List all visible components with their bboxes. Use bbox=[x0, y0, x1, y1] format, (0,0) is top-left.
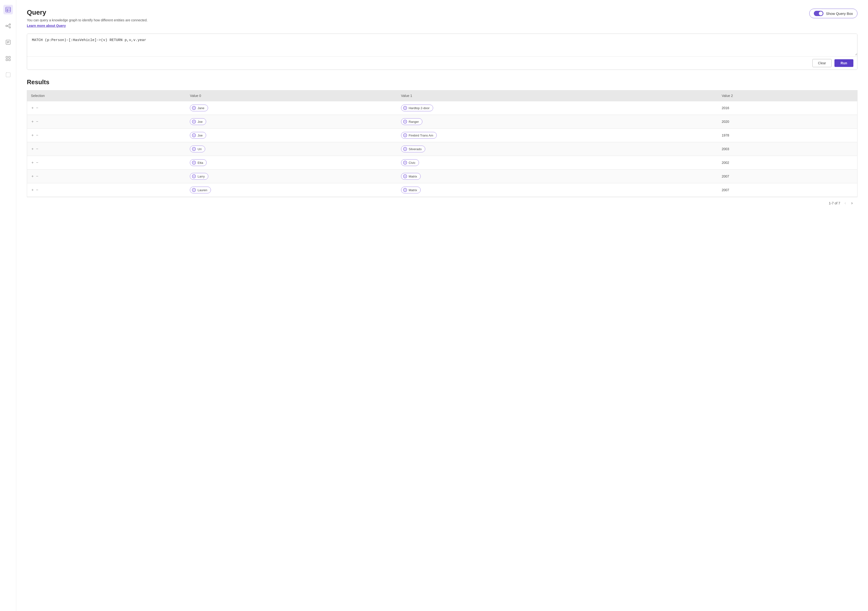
learn-more-link[interactable]: Learn more about Query bbox=[27, 24, 66, 28]
sidebar-item-grid[interactable] bbox=[3, 54, 13, 63]
sidebar-item-more[interactable] bbox=[3, 70, 13, 80]
node-chip-value0[interactable]: Lauren bbox=[190, 187, 211, 193]
add-row-button[interactable]: + bbox=[31, 120, 34, 124]
node-label: Uri bbox=[197, 147, 202, 151]
add-row-button[interactable]: + bbox=[31, 188, 34, 192]
node-dot bbox=[192, 106, 196, 110]
node-dot bbox=[403, 120, 407, 124]
next-page-button[interactable]: › bbox=[850, 201, 854, 205]
sidebar-item-table[interactable] bbox=[3, 5, 13, 14]
remove-row-button[interactable]: − bbox=[36, 188, 39, 192]
node-chip-value1[interactable]: Matrix bbox=[401, 187, 421, 193]
page-description: You can query a knowledge graph to ident… bbox=[27, 18, 148, 22]
value1-cell: Ranger bbox=[397, 115, 718, 129]
node-dot bbox=[403, 188, 407, 192]
toggle-switch[interactable] bbox=[814, 11, 823, 16]
node-chip-value1[interactable]: Silverado bbox=[401, 146, 425, 152]
svg-point-5 bbox=[9, 24, 11, 25]
page-title: Query bbox=[27, 9, 148, 16]
node-dot bbox=[403, 106, 407, 110]
svg-rect-0 bbox=[6, 7, 11, 12]
results-table: Selection Value 0 Value 1 Value 2 + − Ja… bbox=[27, 90, 857, 197]
node-chip-value0[interactable]: Uri bbox=[190, 146, 205, 152]
table-row: + − Etta Civic 2002 bbox=[27, 156, 857, 169]
remove-row-button[interactable]: − bbox=[36, 161, 39, 165]
show-query-box-toggle[interactable]: Show Query Box bbox=[809, 9, 857, 18]
query-box: Clear Run bbox=[27, 34, 857, 70]
pagination-info: 1-7 of 7 bbox=[829, 201, 840, 205]
value2-cell: 2007 bbox=[718, 183, 857, 197]
node-dot bbox=[192, 120, 196, 124]
value2-cell: 2007 bbox=[718, 169, 857, 183]
remove-row-button[interactable]: − bbox=[36, 120, 39, 124]
add-row-button[interactable]: + bbox=[31, 174, 34, 178]
selection-cell: + − bbox=[27, 169, 186, 183]
clear-button[interactable]: Clear bbox=[812, 59, 831, 67]
value1-cell: Silverado bbox=[397, 142, 718, 156]
col-selection: Selection bbox=[27, 90, 186, 101]
table-header: Selection Value 0 Value 1 Value 2 bbox=[27, 90, 857, 101]
col-value2: Value 2 bbox=[718, 90, 857, 101]
selection-cell: + − bbox=[27, 183, 186, 197]
node-chip-value0[interactable]: Jane bbox=[190, 104, 208, 111]
selection-cell: + − bbox=[27, 142, 186, 156]
svg-rect-16 bbox=[9, 59, 10, 61]
sidebar-item-edit[interactable] bbox=[3, 37, 13, 47]
node-chip-value0[interactable]: Larry bbox=[190, 173, 208, 180]
run-button[interactable]: Run bbox=[834, 59, 853, 67]
prev-page-button[interactable]: ‹ bbox=[843, 201, 847, 205]
remove-row-button[interactable]: − bbox=[36, 134, 39, 137]
selection-cell: + − bbox=[27, 129, 186, 142]
node-chip-value1[interactable]: Civic bbox=[401, 159, 419, 166]
table-row: + − Lauren Matrix 2007 bbox=[27, 183, 857, 197]
node-chip-value1[interactable]: Hardtop 2-door bbox=[401, 104, 433, 111]
selection-cell: + − bbox=[27, 115, 186, 129]
node-dot bbox=[192, 188, 196, 192]
value0-cell: Larry bbox=[186, 169, 397, 183]
add-row-button[interactable]: + bbox=[31, 134, 34, 137]
value0-cell: Jane bbox=[186, 101, 397, 115]
query-input[interactable] bbox=[27, 34, 857, 55]
value2-cell: 2002 bbox=[718, 156, 857, 169]
node-dot bbox=[403, 147, 407, 151]
value0-cell: Lauren bbox=[186, 183, 397, 197]
remove-row-button[interactable]: − bbox=[36, 106, 39, 110]
add-row-button[interactable]: + bbox=[31, 161, 34, 165]
value0-cell: Joe bbox=[186, 129, 397, 142]
selection-controls: + − bbox=[31, 134, 182, 137]
node-dot bbox=[403, 134, 407, 137]
add-row-button[interactable]: + bbox=[31, 106, 34, 110]
value1-cell: Firebird Trans Am bbox=[397, 129, 718, 142]
svg-rect-15 bbox=[6, 59, 8, 61]
selection-controls: + − bbox=[31, 188, 182, 192]
selection-cell: + − bbox=[27, 156, 186, 169]
node-chip-value0[interactable]: Joe bbox=[190, 132, 206, 138]
table-body: + − Jane Hardtop 2-door 2016 + − Joe bbox=[27, 101, 857, 197]
remove-row-button[interactable]: − bbox=[36, 174, 39, 178]
node-chip-value0[interactable]: Joe bbox=[190, 118, 206, 125]
node-chip-value1[interactable]: Ranger bbox=[401, 118, 423, 125]
value2-cell: 2020 bbox=[718, 115, 857, 129]
add-row-button[interactable]: + bbox=[31, 147, 34, 151]
sidebar-item-graph[interactable] bbox=[3, 21, 13, 31]
selection-controls: + − bbox=[31, 120, 182, 124]
node-chip-value1[interactable]: Matrix bbox=[401, 173, 421, 180]
node-label: Jane bbox=[197, 106, 204, 110]
value1-cell: Matrix bbox=[397, 183, 718, 197]
value2-cell: 2016 bbox=[718, 101, 857, 115]
value0-cell: Uri bbox=[186, 142, 397, 156]
table-row: + − Joe Ranger 2020 bbox=[27, 115, 857, 129]
col-value1: Value 1 bbox=[397, 90, 718, 101]
node-dot bbox=[403, 174, 407, 178]
node-label: Hardtop 2-door bbox=[409, 106, 429, 110]
svg-line-8 bbox=[7, 26, 9, 27]
value1-cell: Matrix bbox=[397, 169, 718, 183]
node-chip-value0[interactable]: Etta bbox=[190, 159, 207, 166]
main-content: Query You can query a knowledge graph to… bbox=[16, 0, 868, 611]
value1-cell: Hardtop 2-door bbox=[397, 101, 718, 115]
node-dot bbox=[403, 161, 407, 165]
node-chip-value1[interactable]: Firebird Trans Am bbox=[401, 132, 437, 138]
col-value0: Value 0 bbox=[186, 90, 397, 101]
table-row: + − Larry Matrix 2007 bbox=[27, 169, 857, 183]
remove-row-button[interactable]: − bbox=[36, 147, 39, 151]
